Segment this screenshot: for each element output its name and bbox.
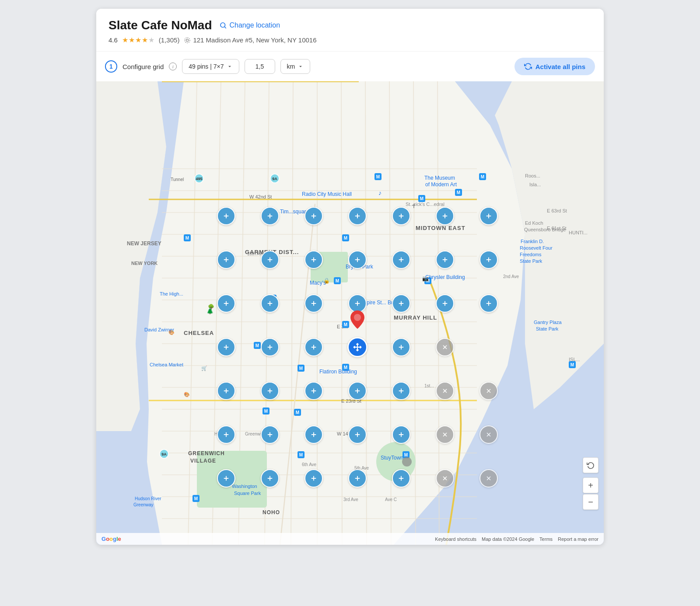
plus-icon xyxy=(397,256,405,264)
report-link[interactable]: Report a map error xyxy=(558,536,598,542)
pin-5-5[interactable] xyxy=(392,382,410,400)
location-icon xyxy=(184,37,191,44)
plus-icon xyxy=(397,212,405,220)
unit-dropdown[interactable]: km xyxy=(280,59,311,74)
pin-3-5[interactable] xyxy=(392,294,410,313)
pin-3-1[interactable] xyxy=(217,294,235,313)
x-icon xyxy=(485,475,492,482)
star-1: ★ xyxy=(122,36,128,44)
pin-7-7-inactive[interactable] xyxy=(480,469,498,488)
pin-1-5[interactable] xyxy=(392,207,410,225)
plus-icon xyxy=(441,212,449,220)
header: Slate Cafe NoMad Change location 4.6 ★ ★… xyxy=(96,9,604,51)
pin-7-1[interactable] xyxy=(217,469,235,488)
pin-1-1[interactable] xyxy=(217,207,235,225)
plus-icon xyxy=(310,343,318,351)
pin-5-1[interactable] xyxy=(217,382,235,400)
chevron-down-icon-2 xyxy=(298,63,304,70)
keyboard-shortcuts[interactable]: Keyboard shortcuts xyxy=(435,536,476,542)
pin-6-2[interactable] xyxy=(261,425,279,444)
terms-link[interactable]: Terms xyxy=(539,536,553,542)
pin-2-2[interactable] xyxy=(261,251,279,269)
svg-point-0 xyxy=(220,23,225,28)
address-text: 121 Madison Ave #5, New York, NY 10016 xyxy=(193,36,316,44)
pin-4-6-inactive[interactable] xyxy=(436,338,454,356)
svg-point-3 xyxy=(185,38,190,43)
pin-5-6-inactive[interactable] xyxy=(436,382,454,400)
distance-input[interactable] xyxy=(245,59,275,74)
pin-4-5[interactable] xyxy=(392,338,410,356)
configure-label: Configure grid xyxy=(122,63,164,70)
pin-7-3[interactable] xyxy=(304,469,323,488)
pin-6-1[interactable] xyxy=(217,425,235,444)
pin-5-7-inactive[interactable] xyxy=(480,382,498,400)
pin-7-5[interactable] xyxy=(392,469,410,488)
plus-icon xyxy=(397,474,405,482)
plus-icon xyxy=(266,431,274,439)
pin-6-6-inactive[interactable] xyxy=(436,425,454,444)
plus-icon xyxy=(354,431,361,439)
pin-3-2[interactable] xyxy=(261,294,279,313)
pin-3-3[interactable] xyxy=(304,294,323,313)
star-2: ★ xyxy=(129,36,135,44)
pin-2-4[interactable] xyxy=(348,251,367,269)
pin-5-3[interactable] xyxy=(304,382,323,400)
plus-icon xyxy=(266,474,274,482)
zoom-in-button[interactable]: + xyxy=(583,477,598,493)
search-icon xyxy=(219,21,227,29)
plus-icon xyxy=(222,431,230,439)
pin-center[interactable] xyxy=(347,337,368,357)
pin-6-5[interactable] xyxy=(392,425,410,444)
pin-1-3[interactable] xyxy=(304,207,323,225)
x-icon xyxy=(441,344,448,351)
pin-1-7[interactable] xyxy=(480,207,498,225)
pin-4-2[interactable] xyxy=(261,338,279,356)
pins-layer xyxy=(96,81,604,545)
pin-2-7[interactable] xyxy=(480,251,498,269)
pins-dropdown[interactable]: 49 pins | 7×7 xyxy=(182,59,239,74)
pin-4-1[interactable] xyxy=(217,338,235,356)
pin-2-5[interactable] xyxy=(392,251,410,269)
plus-icon xyxy=(485,300,493,307)
plus-icon xyxy=(266,343,274,351)
pin-7-6-inactive[interactable] xyxy=(436,469,454,488)
pin-2-6[interactable] xyxy=(436,251,454,269)
x-icon xyxy=(485,387,492,394)
svg-line-1 xyxy=(224,27,226,28)
pin-1-4[interactable] xyxy=(348,207,367,225)
map-footer: Google Keyboard shortcuts Map data ©2024… xyxy=(96,533,604,545)
pin-2-1[interactable] xyxy=(217,251,235,269)
plus-icon xyxy=(397,387,405,395)
pin-5-2[interactable] xyxy=(261,382,279,400)
pin-6-7-inactive[interactable] xyxy=(480,425,498,444)
pin-7-4[interactable] xyxy=(348,469,367,488)
x-icon xyxy=(441,475,448,482)
red-pin-icon xyxy=(350,310,364,329)
rotate-icon xyxy=(587,461,595,469)
activate-all-pins-button[interactable]: Activate all pins xyxy=(514,58,595,75)
pin-6-3[interactable] xyxy=(304,425,323,444)
zoom-out-button[interactable]: − xyxy=(583,494,598,510)
main-card: Slate Cafe NoMad Change location 4.6 ★ ★… xyxy=(96,9,604,545)
map-container[interactable]: 495 9A 495 9A W 42nd St E 23rd St E 3...… xyxy=(96,81,604,545)
pin-3-7[interactable] xyxy=(480,294,498,313)
plus-icon xyxy=(441,256,449,264)
rotate-button[interactable] xyxy=(583,457,598,473)
pin-2-3[interactable] xyxy=(304,251,323,269)
pin-6-4[interactable] xyxy=(348,425,367,444)
pin-3-4[interactable] xyxy=(348,294,367,313)
chevron-down-icon xyxy=(227,63,233,70)
plus-icon xyxy=(310,387,318,395)
change-location-button[interactable]: Change location xyxy=(219,21,280,29)
pin-5-4[interactable] xyxy=(348,382,367,400)
pin-7-2[interactable] xyxy=(261,469,279,488)
x-icon xyxy=(485,431,492,438)
rating-value: 4.6 xyxy=(108,36,118,44)
pin-4-3[interactable] xyxy=(304,338,323,356)
info-icon[interactable]: i xyxy=(169,63,177,70)
pin-1-2[interactable] xyxy=(261,207,279,225)
pin-3-6[interactable] xyxy=(436,294,454,313)
svg-point-203 xyxy=(354,314,361,321)
plus-icon xyxy=(354,387,361,395)
pin-1-6[interactable] xyxy=(436,207,454,225)
